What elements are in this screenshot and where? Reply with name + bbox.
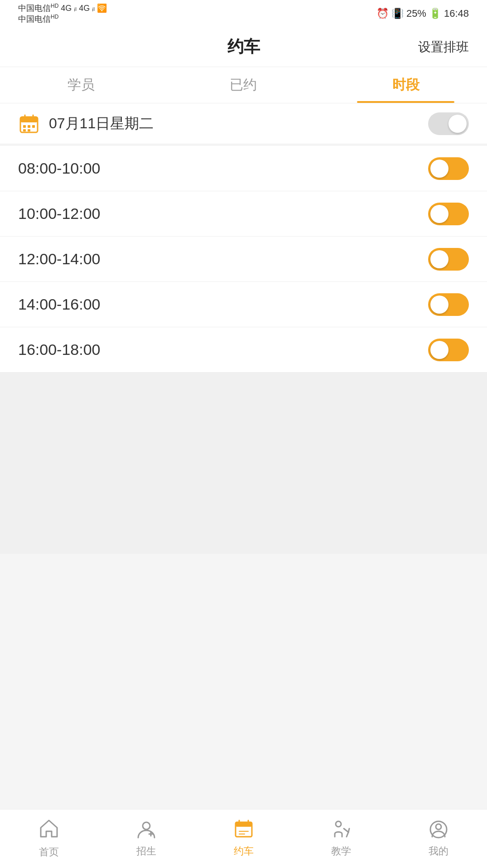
svg-rect-8 <box>28 129 30 131</box>
slot-time-2: 12:00-14:00 <box>18 250 101 268</box>
date-text: 07月11日星期二 <box>49 114 154 134</box>
slot-toggle-0[interactable] <box>428 157 469 180</box>
nav-label-teaching: 教学 <box>331 844 351 858</box>
slot-toggle-3[interactable] <box>428 293 469 316</box>
slot-toggle-1[interactable] <box>428 203 469 225</box>
home-icon <box>39 819 59 842</box>
tab-timeslot[interactable]: 时段 <box>325 67 487 103</box>
nav-label-recruit: 招生 <box>136 844 156 858</box>
recruit-icon <box>136 820 156 841</box>
carrier-line2: 中国电信HD <box>18 14 107 24</box>
nav-item-home[interactable]: 首页 <box>0 819 97 859</box>
slot-row: 10:00-12:00 <box>0 191 487 237</box>
alarm-icon: ⏰ <box>376 8 389 19</box>
nav-item-booking[interactable]: 约车 <box>195 820 292 858</box>
svg-rect-4 <box>23 125 26 128</box>
date-toggle[interactable] <box>428 112 469 135</box>
tabs-bar: 学员 已约 时段 <box>0 67 487 103</box>
carrier-line1: 中国电信HD 4G ᵢₗ 4G ᵢₗ 🛜 <box>18 3 107 14</box>
header: 约车 设置排班 <box>0 27 487 67</box>
slot-time-3: 14:00-16:00 <box>18 296 101 313</box>
clock-time: 16:48 <box>444 8 469 19</box>
svg-rect-1 <box>20 117 38 122</box>
set-schedule-button[interactable]: 设置排班 <box>418 39 469 56</box>
date-row: 07月11日星期二 <box>0 103 487 144</box>
svg-rect-13 <box>236 822 252 827</box>
content-area: 07月11日星期二 08:00-10:00 10:00-12:00 12:00-… <box>0 103 487 809</box>
nav-label-mine: 我的 <box>429 844 448 858</box>
battery-text: 25% <box>406 8 426 19</box>
svg-rect-6 <box>32 125 35 128</box>
calendar-icon <box>18 113 40 135</box>
carrier-info: 中国电信HD 4G ᵢₗ 4G ᵢₗ 🛜 中国电信HD <box>18 3 107 24</box>
time-slot-list: 08:00-10:00 10:00-12:00 12:00-14:00 14:0… <box>0 146 487 373</box>
status-icons: ⏰ 📳 25% 🔋 16:48 <box>376 8 469 19</box>
svg-rect-5 <box>28 125 30 128</box>
nav-item-teaching[interactable]: 教学 <box>292 820 390 858</box>
status-bar: 中国电信HD 4G ᵢₗ 4G ᵢₗ 🛜 中国电信HD ⏰ 📳 25% 🔋 16… <box>0 0 487 27</box>
tab-booked[interactable]: 已约 <box>162 67 324 103</box>
slot-row: 14:00-16:00 <box>0 282 487 327</box>
svg-point-9 <box>143 822 150 829</box>
slot-toggle-4[interactable] <box>428 339 469 361</box>
slot-time-1: 10:00-12:00 <box>18 205 101 223</box>
svg-point-20 <box>436 824 441 829</box>
booking-icon <box>234 820 254 841</box>
svg-rect-7 <box>23 129 26 131</box>
nav-item-mine[interactable]: 我的 <box>390 820 487 858</box>
battery-icon: 🔋 <box>429 8 441 19</box>
svg-point-18 <box>336 821 341 827</box>
slot-time-0: 08:00-10:00 <box>18 160 101 177</box>
nav-label-home: 首页 <box>39 845 59 859</box>
tab-students[interactable]: 学员 <box>0 67 162 103</box>
slot-row: 16:00-18:00 <box>0 327 487 373</box>
mine-icon <box>429 820 448 841</box>
nav-item-recruit[interactable]: 招生 <box>97 820 195 858</box>
slot-toggle-2[interactable] <box>428 248 469 271</box>
page-title: 约车 <box>227 36 260 58</box>
bottom-nav: 首页 招生 约车 <box>0 809 487 868</box>
slot-time-4: 16:00-18:00 <box>18 341 101 359</box>
empty-area <box>0 373 487 554</box>
slot-row: 08:00-10:00 <box>0 146 487 191</box>
teaching-icon <box>331 820 351 841</box>
vibrate-icon: 📳 <box>391 8 404 19</box>
slot-row: 12:00-14:00 <box>0 237 487 282</box>
nav-label-booking: 约车 <box>234 844 254 858</box>
